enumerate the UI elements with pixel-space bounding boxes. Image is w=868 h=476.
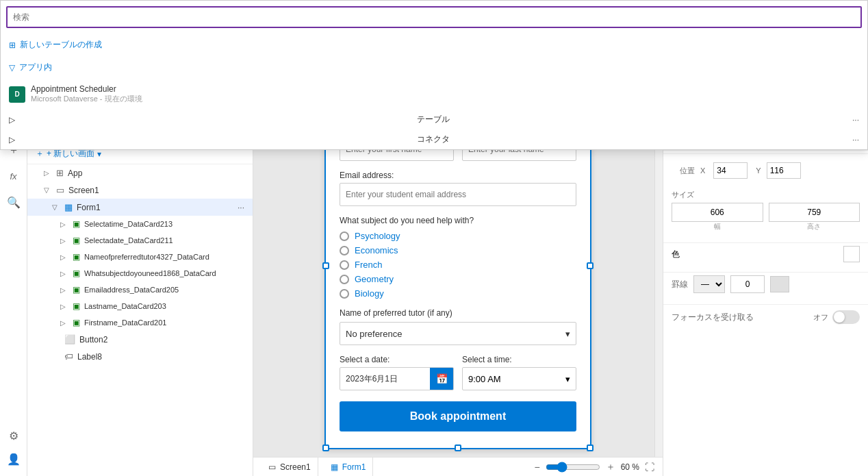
tree-item-emailaddress[interactable]: ▷ ▣ Emailaddress_DataCard205 [27,281,253,298]
size-label: サイズ [672,190,860,200]
tree-item-selectadate[interactable]: ▷ ▣ Selectadate_DataCard211 [27,232,253,249]
tree-item-button2[interactable]: ⬜ Button2 [27,331,253,348]
border-width-input[interactable] [730,275,765,293]
datasource-dropdown: ⊞ 新しいテーブルの作成 ▽ アプリ内 D Appointment Schedu… [663,55,868,150]
tree-item-selectatime[interactable]: ▷ ▣ Selectatime_DataCard213 [27,216,253,232]
border-style-select[interactable]: — [693,275,725,293]
tutor-select[interactable]: No preference ▾ [340,322,576,345]
zoom-out-button[interactable]: − [534,462,539,473]
screen-icon: ▭ [56,185,64,195]
item-subtitle: Microsoft Dataverse - 現在の環境 [663,94,859,104]
selectadate-label: Selectadate_DataCard211 [84,236,173,245]
height-sublabel: 高さ [769,222,860,231]
emailaddress-label: Emailaddress_DataCard205 [84,286,179,294]
tables-section[interactable]: ▷ テーブル ··· [663,110,867,129]
selectatime-label: Selectatime_DataCard213 [84,220,173,228]
chevron-down-icon-6: ▾ [97,149,101,159]
focus-controls: オフ [813,310,860,324]
radio-biology[interactable]: Biology [340,288,576,299]
y-input[interactable] [767,162,801,179]
radio-button-geometry [340,275,349,284]
radio-button-economics [340,246,349,255]
tutor-label: Name of preferred tutor (if any) [340,308,576,318]
screen1-tab[interactable]: ▭ Screen1 [261,458,318,477]
tutor-value: No preference [346,329,402,339]
label8-label: Label8 [77,352,102,362]
nameofpreferred-label: Nameofpreferredtutor4327_DataCard [84,253,209,261]
form1-dots[interactable]: ··· [238,203,244,212]
date-value: 2023年6月1日 [340,373,430,385]
tree-item-label8[interactable]: 🏷 Label8 [27,348,253,365]
color-row: 色 [672,246,860,262]
email-input[interactable] [340,183,576,206]
tree-item-nameofpreferred[interactable]: ▷ ▣ Nameofpreferredtutor4327_DataCard [27,249,253,265]
form1-label: Form1 [77,203,101,212]
connectors-section[interactable]: ▷ コネクタ ··· [663,129,867,149]
focus-label: フォーカスを受け取る [672,312,754,323]
chevron-app: ▷ [44,169,52,177]
focus-row: フォーカスを受け取る オフ [663,304,868,329]
resize-handle-mr[interactable] [587,262,593,269]
radio-french[interactable]: French [340,260,576,270]
main-layout: ☰ ⊞ 🗄 ＋ fx 🔍 ⚙ 👤 ツリー ビュー ✕ 画面 コンポーネント 🔍 … [0,55,868,476]
date-field: Select a date: 2023年6月1日 📅 [340,355,454,390]
in-app-header[interactable]: ▽ アプリ内 [663,56,867,79]
tree-item-whatsubject[interactable]: ▷ ▣ Whatsubjectdoyouneed1868_DataCard [27,265,253,281]
book-appointment-button[interactable]: Book appointment [340,401,576,431]
button-icon: ⬜ [64,334,75,345]
tree-item-firstname[interactable]: ▷ ▣ Firstname_DataCard201 [27,314,253,331]
color-section: 色 [663,242,868,272]
date-input-container: 2023年6月1日 📅 [340,367,454,390]
position-label: 位置 [680,166,695,176]
radio-geometry[interactable]: Geometry [340,274,576,284]
sidebar-icon-search[interactable]: 🔍 [2,190,25,214]
resize-handle-bc[interactable] [455,444,461,451]
border-row: 罫線 — [672,275,860,293]
connectors-dots[interactable]: ··· [852,135,859,145]
psychology-label: Psychology [355,231,400,241]
zoom-in-button[interactable]: ＋ [606,461,615,473]
resize-handle-bl[interactable] [322,444,329,451]
color-swatch[interactable] [843,246,860,262]
tree-item-lastname[interactable]: ▷ ▣ Lastname_DataCard203 [27,298,253,314]
field-icon-3: ▣ [73,252,80,262]
sidebar-icon-fx[interactable]: fx [2,164,25,188]
tables-dots[interactable]: ··· [852,115,859,125]
border-color-swatch[interactable] [770,276,789,292]
zoom-level: 60 % [621,462,639,472]
time-value: 9:00 AM [468,374,501,384]
resize-handle-br[interactable] [587,444,593,451]
position-section: 位置 X Y [663,153,868,187]
size-row: 幅 高さ [672,203,860,231]
appointment-scheduler-item[interactable]: D Appointment Scheduler Microsoft Datave… [663,79,867,110]
radio-button-biology [340,289,349,299]
right-panel: 編集 ? ❯ Form1 プロパティ 詳細設定 アイデア データ ソース App… [663,55,868,476]
x-label: X [700,166,705,175]
resize-handle-ml[interactable] [322,262,329,269]
item-text: Appointment Scheduler Microsoft Datavers… [663,84,859,104]
geometry-label: Geometry [355,274,394,284]
zoom-controls: − ＋ 60 % ⛶ [534,461,654,473]
sidebar-icon-settings-bottom[interactable]: ⚙ [2,424,25,447]
color-label: 色 [672,249,680,260]
tree-item-screen1[interactable]: ▽ ▭ Screen1 [27,181,253,199]
sidebar-icon-account[interactable]: 👤 [2,447,25,471]
width-input[interactable] [672,203,763,222]
x-input[interactable] [713,162,748,179]
radio-economics[interactable]: Economics [340,245,576,255]
time-select[interactable]: 9:00 AM ▾ [462,367,576,390]
focus-toggle[interactable] [832,310,860,324]
fullscreen-button[interactable]: ⛶ [645,462,654,473]
zoom-slider[interactable] [546,462,600,473]
radio-psychology[interactable]: Psychology [340,231,576,241]
height-input[interactable] [769,203,860,222]
tree-item-app[interactable]: ▷ ⊞ App [27,164,253,181]
toggle-knob [834,312,845,323]
time-label: Select a time: [462,355,576,364]
form1-tab[interactable]: ▦ Form1 [324,458,374,477]
tree-item-form1[interactable]: ▽ ▦ Form1 ··· [27,199,253,216]
field-icon: ▣ [73,219,80,229]
lastname-label: Lastname_DataCard203 [84,302,166,310]
calendar-icon[interactable]: 📅 [430,367,453,390]
screen-tab-icon: ▭ [268,462,276,472]
